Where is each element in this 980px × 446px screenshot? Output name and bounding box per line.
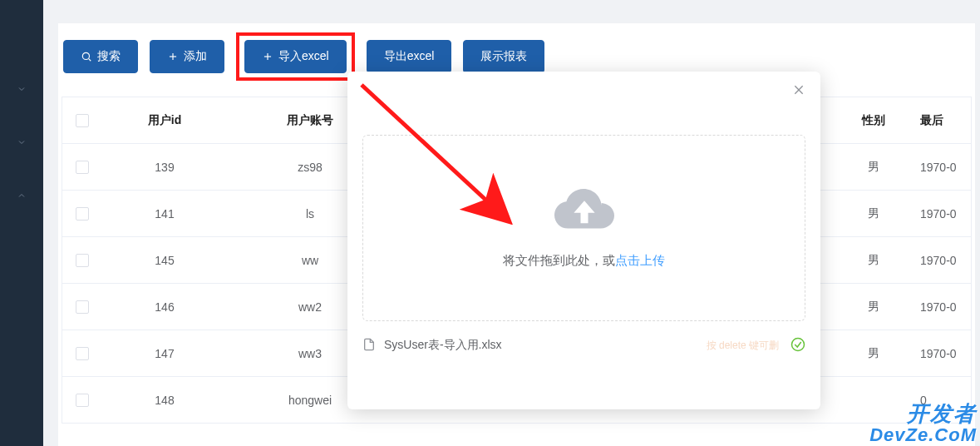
search-icon <box>81 51 92 62</box>
cell-last: 0 <box>917 394 971 407</box>
document-icon <box>362 338 376 354</box>
cloud-upload-icon <box>554 187 614 236</box>
toolbar: 搜索 添加 导入excel 导出excel 展示 <box>58 40 975 73</box>
cell-sex: 男 <box>830 346 917 361</box>
chevron-up-icon[interactable] <box>16 190 27 201</box>
cell-user-id: 145 <box>102 254 227 267</box>
cell-last: 1970-0 <box>917 347 971 360</box>
cell-sex: 男 <box>830 300 917 315</box>
cell-last: 1970-0 <box>917 254 971 267</box>
success-check-icon <box>790 337 805 354</box>
cell-user-id: 148 <box>102 394 227 407</box>
row-checkbox[interactable] <box>76 254 89 267</box>
chevron-down-icon[interactable] <box>16 83 27 95</box>
upload-hint: 将文件拖到此处，或点击上传 <box>503 253 665 269</box>
annotation-highlight: 导入excel <box>236 32 355 81</box>
col-sex: 性别 <box>830 113 917 128</box>
cell-sex: 男 <box>830 206 917 221</box>
cell-user-id: 147 <box>102 347 227 360</box>
report-button-label: 展示报表 <box>480 49 527 64</box>
cell-last: 1970-0 <box>917 161 971 174</box>
row-select-cell <box>62 300 102 314</box>
cell-user-id: 141 <box>102 207 227 221</box>
plus-icon <box>167 51 179 62</box>
add-button[interactable]: 添加 <box>150 40 224 73</box>
row-checkbox[interactable] <box>76 207 89 221</box>
cell-sex: 男 <box>830 253 917 268</box>
search-button-label: 搜索 <box>97 49 121 64</box>
upload-click-link[interactable]: 点击上传 <box>615 253 665 267</box>
chevron-down-icon[interactable] <box>16 136 27 148</box>
cell-last: 1970-0 <box>917 300 971 314</box>
select-all-checkbox[interactable] <box>76 114 89 127</box>
plus-icon <box>262 51 273 62</box>
select-all-cell <box>62 114 102 127</box>
show-report-button[interactable]: 展示报表 <box>463 40 544 73</box>
cell-last: 1970-0 <box>917 207 971 221</box>
close-icon[interactable] <box>790 82 807 98</box>
cell-sex: 男 <box>830 160 917 175</box>
row-select-cell <box>62 161 102 174</box>
row-select-cell <box>62 394 102 407</box>
export-button-label: 导出excel <box>384 49 435 64</box>
upload-dialog: 将文件拖到此处，或点击上传 SysUser表-导入用.xlsx 按 delete… <box>347 72 820 409</box>
row-select-cell <box>62 347 102 360</box>
sidebar <box>0 0 43 446</box>
uploaded-file-name: SysUser表-导入用.xlsx <box>384 338 698 353</box>
delete-hint: 按 delete 键可删 <box>707 339 779 353</box>
row-select-cell <box>62 254 102 267</box>
row-checkbox[interactable] <box>76 394 89 407</box>
import-excel-button[interactable]: 导入excel <box>244 40 347 73</box>
upload-dropzone[interactable]: 将文件拖到此处，或点击上传 <box>362 135 805 321</box>
row-checkbox[interactable] <box>76 300 89 314</box>
add-button-label: 添加 <box>184 49 207 64</box>
export-excel-button[interactable]: 导出excel <box>367 40 452 73</box>
row-checkbox[interactable] <box>76 347 89 360</box>
cell-user-id: 146 <box>102 300 227 314</box>
row-checkbox[interactable] <box>76 161 89 174</box>
upload-hint-prefix: 将文件拖到此处，或 <box>503 253 615 267</box>
import-button-label: 导入excel <box>278 49 329 64</box>
svg-point-0 <box>82 52 89 59</box>
svg-point-8 <box>792 338 805 350</box>
svg-line-1 <box>89 59 91 62</box>
cell-user-id: 139 <box>102 161 227 174</box>
col-user-id: 用户id <box>102 113 227 128</box>
row-select-cell <box>62 207 102 221</box>
col-last: 最后 <box>917 113 971 128</box>
search-button[interactable]: 搜索 <box>63 40 138 73</box>
uploaded-file-row[interactable]: SysUser表-导入用.xlsx 按 delete 键可删 <box>362 333 805 358</box>
